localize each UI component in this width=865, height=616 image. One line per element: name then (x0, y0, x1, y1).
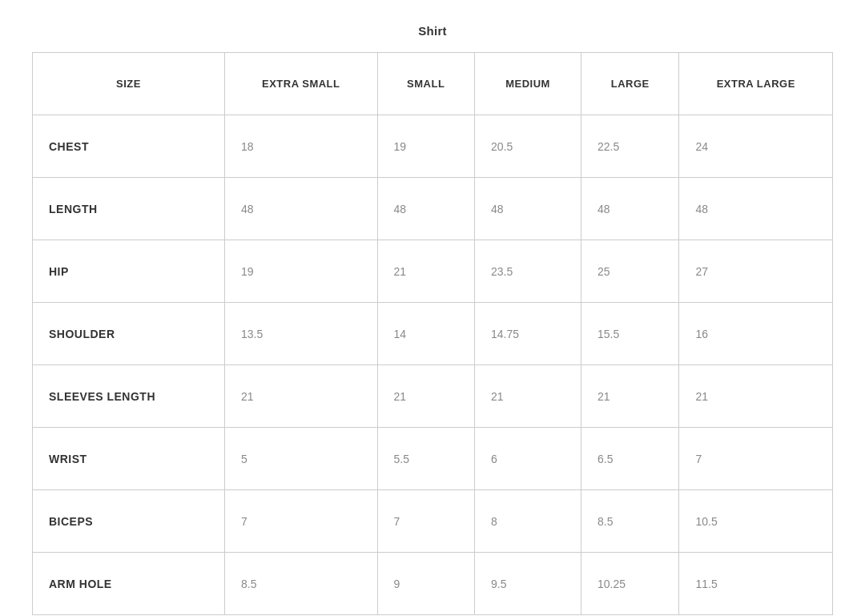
row-label: BICEPS (33, 490, 225, 553)
cell-value: 18 (225, 115, 378, 178)
table-row: HIP192123.52527 (33, 240, 833, 303)
row-label: SLEEVES LENGTH (33, 365, 225, 428)
cell-value: 7 (377, 490, 474, 553)
cell-value: 25 (581, 240, 679, 303)
cell-value: 21 (474, 365, 581, 428)
cell-value: 27 (679, 240, 833, 303)
cell-value: 24 (679, 115, 833, 178)
cell-value: 22.5 (581, 115, 679, 178)
header-large: LARGE (581, 53, 679, 115)
row-label: ARM HOLE (33, 553, 225, 615)
header-extra-large: EXTRA LARGE (679, 53, 833, 115)
cell-value: 7 (225, 490, 378, 553)
cell-value: 14 (377, 303, 474, 365)
cell-value: 19 (377, 115, 474, 178)
cell-value: 15.5 (581, 303, 679, 365)
header-medium: MEDIUM (474, 53, 581, 115)
header-extra-small: EXTRA SMALL (225, 53, 378, 115)
size-table: SIZE EXTRA SMALL SMALL MEDIUM LARGE EXTR… (32, 52, 833, 615)
table-row: SHOULDER13.51414.7515.516 (33, 303, 833, 365)
table-row: ARM HOLE8.599.510.2511.5 (33, 553, 833, 615)
table-row: LENGTH4848484848 (33, 178, 833, 240)
table-row: BICEPS7788.510.5 (33, 490, 833, 553)
cell-value: 23.5 (474, 240, 581, 303)
cell-value: 10.25 (581, 553, 679, 615)
row-label: CHEST (33, 115, 225, 178)
cell-value: 6.5 (581, 428, 679, 490)
cell-value: 5 (225, 428, 378, 490)
table-row: SLEEVES LENGTH2121212121 (33, 365, 833, 428)
table-row: WRIST55.566.57 (33, 428, 833, 490)
page-wrapper: Shirt SIZE EXTRA SMALL SMALL MEDIUM LARG… (16, 16, 849, 616)
cell-value: 9.5 (474, 553, 581, 615)
table-row: CHEST181920.522.524 (33, 115, 833, 178)
row-label: WRIST (33, 428, 225, 490)
cell-value: 21 (679, 365, 833, 428)
header-row: SIZE EXTRA SMALL SMALL MEDIUM LARGE EXTR… (33, 53, 833, 115)
cell-value: 8.5 (225, 553, 378, 615)
cell-value: 21 (225, 365, 378, 428)
cell-value: 5.5 (377, 428, 474, 490)
cell-value: 19 (225, 240, 378, 303)
cell-value: 14.75 (474, 303, 581, 365)
cell-value: 48 (679, 178, 833, 240)
row-label: HIP (33, 240, 225, 303)
cell-value: 9 (377, 553, 474, 615)
cell-value: 48 (474, 178, 581, 240)
header-size: SIZE (33, 53, 225, 115)
cell-value: 11.5 (679, 553, 833, 615)
cell-value: 7 (679, 428, 833, 490)
row-label: LENGTH (33, 178, 225, 240)
cell-value: 10.5 (679, 490, 833, 553)
cell-value: 21 (377, 240, 474, 303)
cell-value: 13.5 (225, 303, 378, 365)
cell-value: 21 (377, 365, 474, 428)
header-small: SMALL (377, 53, 474, 115)
page-title: Shirt (32, 24, 833, 38)
cell-value: 48 (377, 178, 474, 240)
cell-value: 20.5 (474, 115, 581, 178)
cell-value: 16 (679, 303, 833, 365)
cell-value: 6 (474, 428, 581, 490)
cell-value: 48 (225, 178, 378, 240)
row-label: SHOULDER (33, 303, 225, 365)
cell-value: 8 (474, 490, 581, 553)
cell-value: 21 (581, 365, 679, 428)
cell-value: 8.5 (581, 490, 679, 553)
cell-value: 48 (581, 178, 679, 240)
